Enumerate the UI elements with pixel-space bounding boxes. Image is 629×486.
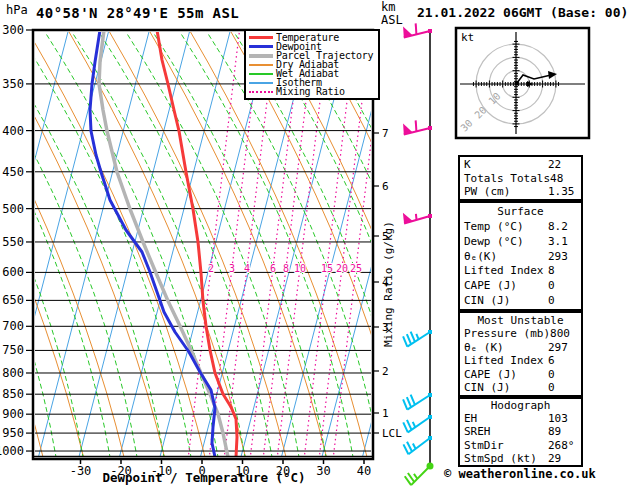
wet-adiabat-swatch [249,73,273,75]
mixing-ratio-value: 15 [321,263,333,274]
table-row: θₑ (K)297 [460,341,581,354]
station-dot [428,126,432,130]
index-label: Temp (°C) [464,220,548,233]
index-value: 103 [548,412,568,425]
isotherm-swatch [249,82,273,84]
altitude-unit-asl: ASL [381,14,403,27]
index-value: 8 [548,264,555,277]
run-datetime: 21.01.2022 06GMT (Base: 00) [417,5,628,20]
index-label: Pressure (mb) [464,327,550,340]
legend-item-mixing-ratio: Mixing Ratio [249,87,378,96]
station-dot [428,393,432,397]
pressure-tick-label: 750 [2,343,24,357]
wind-barb [403,330,432,347]
temp-tick-label: 40 [357,464,371,478]
dewpoint-line-swatch [249,45,273,48]
parcel-curve [99,30,228,457]
station-dot [428,436,432,440]
mixing-ratio-value: 20 [336,263,348,274]
table-row: EH103 [460,412,581,425]
table-row: CAPE (J)0 [460,279,581,292]
pressure-tick-label: 900 [2,407,24,421]
hodograph-panel: 102030 [456,28,589,138]
hodograph-ring-label: 10 [486,90,502,106]
index-label: PW (cm) [464,185,548,198]
pressure-tick-label: 400 [2,124,24,138]
station-dot [428,214,432,218]
wind-barb [403,23,432,37]
index-value: 293 [548,250,568,263]
index-label: CIN (J) [464,381,548,394]
mixing-ratio-value: 2 [208,263,214,274]
hodograph-table: Hodograph EH103 SREH89 StmDir268° StmSpd… [458,397,583,467]
km-tick-label: 6 [382,180,389,193]
index-value: 0 [548,294,555,307]
index-label: Lifted Index [464,264,548,277]
station-dot [428,415,432,419]
pressure-axis-unit: hPa [6,3,28,17]
x-axis-title: Dewpoint / Temperature (°C) [102,470,305,485]
index-value: 0 [548,381,555,394]
section-title: Hodograph [460,399,581,412]
most-unstable-table: Most Unstable Pressure (mb)800 θₑ (K)297… [458,311,583,397]
pressure-tick-label: 600 [2,265,24,279]
index-value: 29 [548,452,561,465]
temp-tick-label: -30 [70,464,92,478]
wind-barb-column [403,23,434,485]
table-row: Temp (°C)8.2 [460,220,581,233]
altitude-axis-unit: km ASL [381,1,403,27]
pressure-tick-label: 800 [2,366,24,380]
index-value: 1.35 [548,185,575,198]
hodograph-unit-label: kt [461,31,474,44]
pressure-tick-label: 700 [2,319,24,333]
index-label: θₑ (K) [464,341,548,354]
mixing-ratio-value: 25 [350,263,362,274]
index-label: StmSpd (kt) [464,452,548,465]
index-value: 268° [548,439,575,452]
pressure-tick-label: 550 [2,235,24,249]
temp-tick-label: 30 [316,464,330,478]
hodograph-ring-label: 30 [458,117,474,133]
index-value: 0 [548,279,555,292]
mixing-ratio-value: 8 [283,263,289,274]
index-value: 48 [550,172,563,185]
mixing-ratio-value: 4 [244,263,250,274]
table-row: Totals Totals48 [460,172,581,185]
pressure-tick-label: 950 [2,426,24,440]
table-row: Pressure (mb)800 [460,327,581,340]
wind-barb [403,415,432,432]
table-row: θₑ(K)293 [460,250,581,263]
temperature-line-swatch [249,36,273,39]
table-row: Lifted Index6 [460,354,581,367]
pressure-tick-label: 450 [2,165,24,179]
index-value: 3.1 [548,235,568,248]
index-label: CIN (J) [464,294,548,307]
index-value: 800 [550,327,570,340]
table-row: Dewp (°C)3.1 [460,235,581,248]
wind-barb [403,213,432,224]
section-title: Most Unstable [460,314,581,327]
mixing-ratio-swatch [249,91,273,93]
pressure-tick-label: 850 [2,387,24,401]
table-row: StmDir268° [460,439,581,452]
index-label: CAPE (J) [464,279,548,292]
km-tick-label: 1 [382,407,389,420]
surface-table: Surface Temp (°C)8.2 Dewp (°C)3.1 θₑ(K)2… [458,201,583,311]
surface-station-dot [427,463,434,470]
wind-barb [403,120,432,134]
legend-box: Temperature Dewpoint Parcel Trajectory D… [244,29,380,100]
table-row: StmSpd (kt)29 [460,452,581,465]
index-value: 297 [548,341,568,354]
hodograph-origin-marker [515,82,519,86]
index-value: 8.2 [548,220,568,233]
station-title: 40°58'N 28°49'E 55m ASL [36,5,239,21]
km-tick-label: 7 [382,127,389,140]
mixing-ratio-labels: 2346810152025 [208,263,362,274]
copyright-notice: © weatheronline.co.uk [444,467,596,481]
index-label: Dewp (°C) [464,235,548,248]
station-dot [428,330,432,334]
index-label: Totals Totals [464,172,550,185]
mixing-ratio-value: 3 [229,263,235,274]
hodograph-ring-label: 20 [472,104,488,120]
table-row: CAPE (J)0 [460,368,581,381]
